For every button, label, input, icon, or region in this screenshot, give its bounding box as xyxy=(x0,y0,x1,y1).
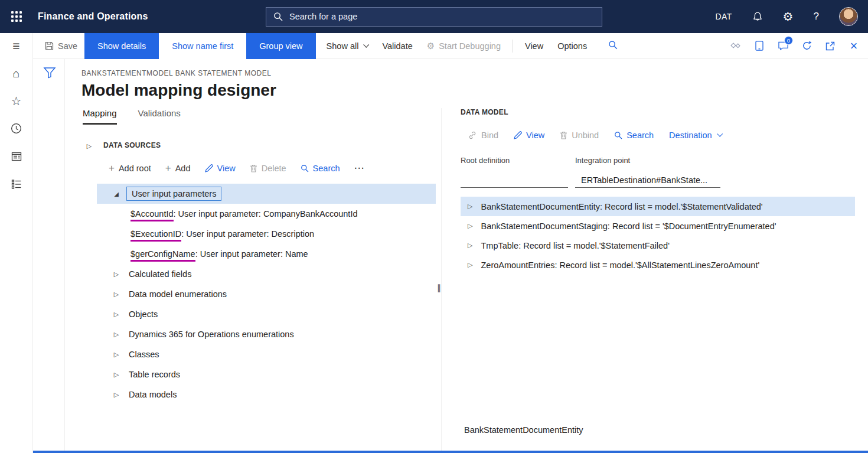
tree-node-calculated-fields[interactable]: ▷ Calculated fields xyxy=(97,264,436,284)
save-button[interactable]: Save xyxy=(38,33,84,59)
parameter-desc: : User input parameter: Description xyxy=(181,229,314,239)
tree-node-executionid[interactable]: $ExecutionID: User input parameter: Desc… xyxy=(97,224,436,244)
view-source-button[interactable]: View xyxy=(205,164,236,173)
view-model-button[interactable]: View xyxy=(514,131,544,140)
tree-node-objects[interactable]: ▷ Objects xyxy=(97,304,436,324)
top-navigation-bar: Finance and Operations DAT ⚙ ? xyxy=(0,0,868,33)
collapsed-triangle-icon[interactable]: ▷ xyxy=(112,371,120,379)
add-button[interactable]: + Add xyxy=(165,163,191,173)
form-icon xyxy=(11,151,22,162)
show-name-first-button[interactable]: Show name first xyxy=(159,33,246,59)
model-row-zeroamountentries[interactable]: ▷ ZeroAmountEntries: Record list = model… xyxy=(461,255,855,275)
open-in-office-button[interactable] xyxy=(748,33,771,59)
search-model-button[interactable]: Search xyxy=(614,131,654,140)
sidebar-item-home[interactable]: ⌂ xyxy=(0,59,33,87)
expanded-triangle-icon[interactable]: ◢ xyxy=(112,191,120,197)
parameter-name: $ExecutionID xyxy=(130,229,181,242)
model-row-tmptable[interactable]: ▷ TmpTable: Record list = model.'$Statem… xyxy=(461,236,855,255)
clock-icon xyxy=(11,123,22,134)
tree-node-table-records[interactable]: ▷ Table records xyxy=(97,364,436,384)
integration-point-input[interactable]: ERTableDestination#BankState... xyxy=(575,172,720,188)
open-in-new-window-button[interactable] xyxy=(818,33,842,59)
avatar xyxy=(839,7,858,26)
validate-button[interactable]: Validate xyxy=(375,33,419,59)
collapsed-triangle-icon: ▷ xyxy=(87,142,92,150)
pane-splitter[interactable]: ∥ xyxy=(436,108,448,451)
sidebar-item-workspaces[interactable] xyxy=(0,170,33,198)
notifications-button[interactable] xyxy=(742,0,773,33)
root-definition-label: Root definition xyxy=(461,156,568,165)
tree-node-gerconfigname[interactable]: $gerConfigName: User input parameter: Na… xyxy=(97,244,436,264)
app-launcher-button[interactable] xyxy=(0,0,33,33)
attachments-button[interactable]: 0 xyxy=(771,33,795,59)
chevron-down-icon xyxy=(717,131,723,137)
help-icon: ? xyxy=(814,11,819,22)
tab-mapping[interactable]: Mapping xyxy=(83,108,117,125)
model-row-bankstatementdocumentstaging[interactable]: ▷ BankStatementDocumentStaging: Record l… xyxy=(461,216,855,236)
expand-navigation-button[interactable]: ≡ xyxy=(0,33,33,59)
collapsed-triangle-icon[interactable]: ▷ xyxy=(112,351,120,359)
pencil-icon xyxy=(205,164,213,172)
show-all-dropdown[interactable]: Show all xyxy=(319,33,376,59)
tree-node-classes[interactable]: ▷ Classes xyxy=(97,344,436,364)
toolbar-search-button[interactable] xyxy=(608,40,618,52)
bind-button[interactable]: Bind xyxy=(468,131,498,140)
page-search-box[interactable] xyxy=(266,7,602,27)
refresh-button[interactable] xyxy=(795,33,818,59)
collapsed-triangle-icon[interactable]: ▷ xyxy=(112,291,120,298)
close-button[interactable]: × xyxy=(842,33,866,59)
filter-pane-button[interactable] xyxy=(34,59,65,86)
collapsed-triangle-icon[interactable]: ▷ xyxy=(468,242,472,249)
personalize-button[interactable] xyxy=(724,33,748,59)
settings-button[interactable]: ⚙ xyxy=(773,0,804,33)
tree-node-user-input-parameters[interactable]: ◢ User input parameters xyxy=(97,184,436,204)
open-in-office-icon xyxy=(755,40,764,51)
root-definition-input[interactable] xyxy=(466,175,562,185)
splitter-handle-icon[interactable]: ∥ xyxy=(437,283,441,292)
account-button[interactable] xyxy=(829,0,868,33)
model-row-bankstatementdocumententity[interactable]: ▷ BankStatementDocumentEntity: Record li… xyxy=(461,197,855,216)
collapsed-triangle-icon[interactable]: ▷ xyxy=(112,391,120,399)
tree-node-label: Dynamics 365 for Operations enumerations xyxy=(129,330,294,339)
destination-dropdown[interactable]: Destination xyxy=(669,131,722,140)
tree-node-data-model-enumerations[interactable]: ▷ Data model enumerations xyxy=(97,284,436,304)
show-details-button[interactable]: Show details xyxy=(84,33,159,59)
collapsed-triangle-icon[interactable]: ▷ xyxy=(468,261,472,269)
collapsed-triangle-icon[interactable]: ▷ xyxy=(468,222,472,230)
collapsed-triangle-icon[interactable]: ▷ xyxy=(112,331,120,338)
gear-icon: ⚙ xyxy=(783,11,794,22)
collapsed-triangle-icon[interactable]: ▷ xyxy=(468,203,472,210)
search-icon xyxy=(301,164,309,172)
model-row-label: TmpTable: Record list = model.'$Statemen… xyxy=(481,241,669,250)
search-label: Search xyxy=(626,131,654,140)
topbar-right-cluster: DAT ⚙ ? xyxy=(705,0,868,33)
sidebar-item-recent[interactable] xyxy=(0,115,33,142)
integration-point-field: Integration point ERTableDestination#Ban… xyxy=(575,156,720,188)
page-search-input[interactable] xyxy=(289,12,595,21)
options-menu-button[interactable]: Options xyxy=(550,33,594,59)
data-sources-section: ▷ DATA SOURCES + Add root + Add xyxy=(81,133,436,451)
more-commands-button[interactable]: ⋯ xyxy=(354,162,365,174)
refresh-icon xyxy=(802,41,812,51)
collapsed-triangle-icon[interactable]: ▷ xyxy=(112,271,120,278)
tree-node-dynamics-enumerations[interactable]: ▷ Dynamics 365 for Operations enumeratio… xyxy=(97,324,436,344)
sidebar-item-forms[interactable] xyxy=(0,142,33,170)
tab-validations[interactable]: Validations xyxy=(138,108,181,125)
view-menu-button[interactable]: View xyxy=(518,33,550,59)
group-view-button[interactable]: Group view xyxy=(246,33,315,59)
search-sources-button[interactable]: Search xyxy=(301,164,340,173)
tree-node-label: Objects xyxy=(129,309,158,319)
delete-label: Delete xyxy=(262,164,286,173)
collapsed-triangle-icon[interactable]: ▷ xyxy=(112,311,120,318)
sidebar-item-favorites[interactable]: ☆ xyxy=(0,87,33,115)
unbind-button[interactable]: Unbind xyxy=(560,131,599,140)
tree-node-label[interactable]: User input parameters xyxy=(126,187,221,201)
delete-source-button[interactable]: Delete xyxy=(250,164,286,173)
add-root-button[interactable]: + Add root xyxy=(109,163,151,173)
collapse-pane-button[interactable]: ▷ xyxy=(81,133,97,451)
tree-node-accountid[interactable]: $AccountId: User input parameter: Compan… xyxy=(97,204,436,224)
tree-node-data-models[interactable]: ▷ Data models xyxy=(97,384,436,405)
data-sources-toolbar: + Add root + Add View xyxy=(97,162,436,174)
help-button[interactable]: ? xyxy=(804,0,829,33)
start-debugging-button[interactable]: ⚙ Start Debugging xyxy=(420,33,508,59)
